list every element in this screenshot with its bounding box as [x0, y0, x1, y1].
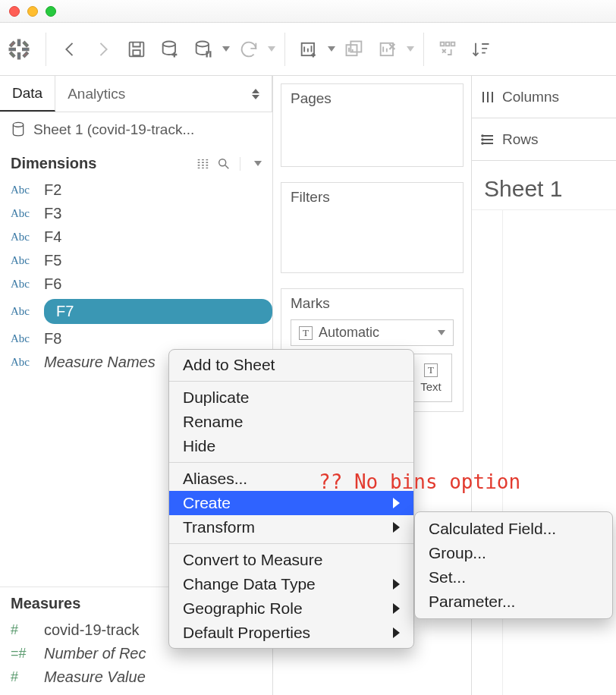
svg-rect-16: [441, 42, 445, 46]
dimension-f6[interactable]: AbcF6: [0, 272, 272, 296]
svg-rect-7: [10, 52, 14, 56]
chevron-down-icon: [438, 330, 445, 335]
marks-type-value: Automatic: [319, 325, 379, 341]
submenu-arrow-icon: [393, 603, 400, 614]
analytics-tab[interactable]: Analytics: [55, 76, 272, 112]
svg-point-20: [219, 159, 226, 165]
rows-label: Rows: [502, 131, 539, 148]
svg-rect-6: [24, 42, 28, 46]
dimension-f8[interactable]: AbcF8: [0, 327, 272, 351]
svg-rect-0: [18, 39, 20, 46]
sort-button[interactable]: [467, 35, 495, 64]
new-worksheet-dropdown-icon[interactable]: [328, 46, 335, 52]
field-label: F5: [44, 252, 262, 269]
dimensions-menu-dropdown-icon[interactable]: [254, 161, 262, 166]
menu-rename[interactable]: Rename: [169, 410, 413, 434]
svg-point-22: [482, 139, 483, 140]
rows-icon: [481, 133, 495, 146]
datasource-item[interactable]: Sheet 1 (covid-19-track...: [0, 112, 272, 147]
svg-rect-1: [18, 53, 20, 59]
submenu-calculated-field[interactable]: Calculated Field...: [415, 517, 612, 541]
submenu-set[interactable]: Set...: [415, 565, 612, 590]
refresh-button[interactable]: [234, 35, 263, 64]
filters-shelf-label: Filters: [291, 189, 330, 205]
menu-default-properties[interactable]: Default Properties: [169, 621, 413, 645]
menu-duplicate[interactable]: Duplicate: [169, 385, 413, 410]
field-label: F8: [44, 330, 262, 348]
dimension-f5[interactable]: AbcF5: [0, 249, 272, 272]
minimize-window-button[interactable]: [27, 6, 38, 17]
dimension-f3[interactable]: AbcF3: [0, 202, 272, 225]
swap-rows-columns-button[interactable]: [433, 35, 462, 64]
svg-point-19: [13, 122, 23, 127]
abc-type-icon: Abc: [11, 356, 33, 369]
menu-hide[interactable]: Hide: [169, 434, 413, 458]
svg-rect-5: [24, 52, 28, 56]
clear-sheet-button[interactable]: [373, 35, 402, 64]
view-list-icon[interactable]: [196, 157, 209, 171]
columns-label: Columns: [502, 89, 559, 105]
submenu-arrow-icon: [393, 522, 400, 533]
search-icon[interactable]: [217, 157, 231, 171]
field-label: F6: [44, 275, 262, 293]
abc-type-icon: Abc: [11, 231, 33, 244]
forward-button[interactable]: [89, 35, 118, 64]
close-window-button[interactable]: [9, 6, 20, 17]
save-button[interactable]: [122, 35, 151, 64]
dimension-f4[interactable]: AbcF4: [0, 225, 272, 249]
maximize-window-button[interactable]: [46, 6, 56, 17]
new-datasource-button[interactable]: [156, 35, 184, 64]
main-toolbar: [0, 23, 616, 76]
marks-text-card[interactable]: T Text: [410, 354, 452, 402]
duplicate-sheet-button[interactable]: [340, 35, 369, 64]
create-submenu: Calculated Field... Group... Set... Para…: [414, 511, 613, 619]
pause-updates-dropdown-icon[interactable]: [222, 46, 230, 52]
columns-shelf[interactable]: Columns: [472, 76, 616, 118]
sheet-title[interactable]: Sheet 1: [472, 161, 616, 210]
menu-geographic-role[interactable]: Geographic Role: [169, 596, 413, 621]
marks-type-dropdown[interactable]: T Automatic: [291, 319, 454, 346]
field-label: F7: [56, 303, 262, 320]
abc-type-icon: Abc: [11, 207, 33, 220]
menu-create[interactable]: Create: [169, 491, 413, 515]
refresh-dropdown-icon[interactable]: [268, 46, 275, 52]
submenu-arrow-icon: [393, 498, 400, 508]
menu-separator: [169, 462, 413, 463]
abc-type-icon: Abc: [11, 305, 33, 318]
abc-type-icon: Abc: [11, 278, 33, 291]
dimension-f2[interactable]: AbcF2: [0, 178, 272, 202]
new-worksheet-button[interactable]: [294, 35, 323, 64]
canvas[interactable]: [502, 210, 616, 695]
data-tab[interactable]: Data: [0, 76, 55, 112]
submenu-group[interactable]: Group...: [415, 541, 612, 565]
menu-transform[interactable]: Transform: [169, 515, 413, 539]
svg-rect-3: [23, 48, 29, 50]
menu-add-to-sheet[interactable]: Add to Sheet: [169, 353, 413, 377]
window-titlebar: [0, 0, 616, 23]
svg-rect-13: [347, 45, 357, 55]
clear-sheet-dropdown-icon[interactable]: [407, 46, 414, 52]
back-button[interactable]: [55, 35, 84, 64]
abc-type-icon: Abc: [11, 254, 33, 267]
abc-type-icon: Abc: [11, 332, 33, 345]
menu-convert-to-measure[interactable]: Convert to Measure: [169, 548, 413, 572]
svg-point-21: [482, 135, 483, 137]
dimensions-title: Dimensions: [11, 155, 96, 172]
pages-shelf[interactable]: Pages: [281, 83, 464, 167]
filters-shelf[interactable]: Filters: [281, 182, 464, 273]
field-label: F2: [44, 181, 262, 199]
menu-change-data-type[interactable]: Change Data Type: [169, 572, 413, 596]
field-context-menu: Add to Sheet Duplicate Rename Hide Alias…: [168, 349, 414, 649]
pause-updates-button[interactable]: [189, 35, 218, 64]
field-label: Measure Value: [44, 668, 262, 686]
tab-updown-icon: [252, 89, 259, 99]
submenu-parameter[interactable]: Parameter...: [415, 590, 612, 614]
svg-rect-17: [446, 42, 450, 46]
svg-rect-4: [10, 42, 14, 46]
dimension-f7-selected-pill[interactable]: F7: [44, 299, 272, 324]
datasource-icon: [11, 121, 26, 138]
rows-shelf[interactable]: Rows: [472, 118, 616, 161]
dimension-f7-row[interactable]: Abc F7: [0, 296, 272, 327]
measure-measure-values[interactable]: #Measure Value: [0, 665, 272, 689]
menu-separator: [169, 381, 413, 382]
